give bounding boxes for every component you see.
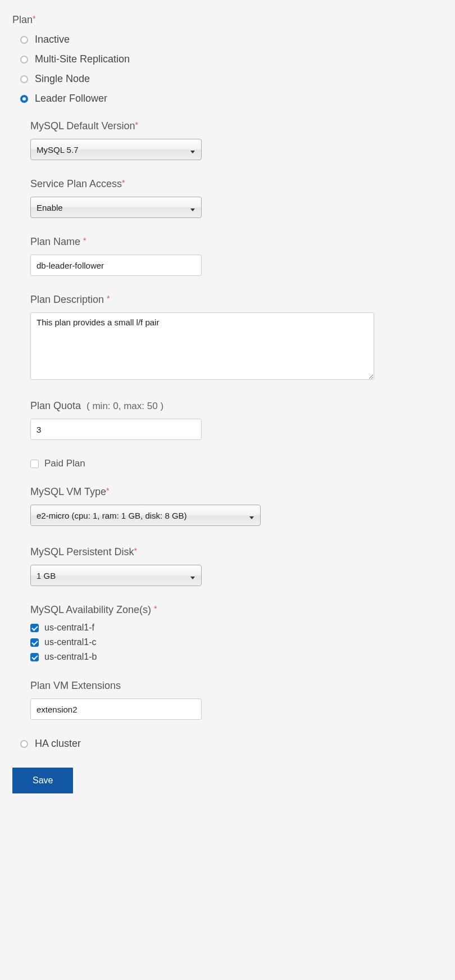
radio-icon <box>20 56 28 63</box>
field-availability-zones: MySQL Availability Zone(s) * us-central1… <box>30 604 443 662</box>
checkbox-icon <box>30 460 39 468</box>
field-vm-type: MySQL VM Type* e2-micro (cpu: 1, ram: 1 … <box>30 486 443 526</box>
plan-description-label: Plan Description * <box>30 294 443 306</box>
plan-option-label: Leader Follower <box>35 93 107 105</box>
plan-option-single-node[interactable]: Single Node <box>20 73 443 85</box>
paid-plan-label: Paid Plan <box>44 458 85 469</box>
plan-option-inactive[interactable]: Inactive <box>20 34 443 46</box>
field-service-plan-access: Service Plan Access* Enable <box>30 178 443 218</box>
service-plan-access-label: Service Plan Access* <box>30 178 443 190</box>
plan-option-multisite[interactable]: Multi-Site Replication <box>20 53 443 65</box>
plan-radio-group: Inactive Multi-Site Replication Single N… <box>20 34 443 105</box>
plan-option-label: Single Node <box>35 73 90 85</box>
plan-quota-input[interactable] <box>30 419 202 440</box>
radio-icon <box>20 740 28 748</box>
field-mysql-version: MySQL Default Version* MySQL 5.7 <box>30 120 443 160</box>
mysql-version-select[interactable]: MySQL 5.7 <box>30 139 202 160</box>
az-checkbox-us-central1-c[interactable]: us-central1-c <box>30 637 443 647</box>
az-zone-label: us-central1-c <box>44 637 96 647</box>
plan-quota-label: Plan Quota( min: 0, max: 50 ) <box>30 400 443 412</box>
az-checkbox-us-central1-f[interactable]: us-central1-f <box>30 623 443 633</box>
checkbox-icon <box>30 653 39 661</box>
field-persistent-disk: MySQL Persistent Disk* 1 GB <box>30 546 443 586</box>
radio-icon <box>20 36 28 44</box>
vm-extensions-input[interactable] <box>30 698 202 720</box>
az-checkbox-us-central1-b[interactable]: us-central1-b <box>30 652 443 662</box>
vm-type-label: MySQL VM Type* <box>30 486 443 498</box>
field-plan-description: Plan Description * This plan provides a … <box>30 294 443 382</box>
plan-name-input[interactable] <box>30 255 202 276</box>
radio-icon <box>20 75 28 83</box>
vm-extensions-label: Plan VM Extensions <box>30 680 443 692</box>
checkbox-icon <box>30 624 39 632</box>
save-button[interactable]: Save <box>12 768 73 793</box>
radio-icon <box>20 95 28 103</box>
plan-option-label: HA cluster <box>35 738 81 750</box>
vm-type-select[interactable]: e2-micro (cpu: 1, ram: 1 GB, disk: 8 GB) <box>30 505 261 526</box>
mysql-version-label: MySQL Default Version* <box>30 120 443 132</box>
az-zone-label: us-central1-b <box>44 652 97 662</box>
field-plan-name: Plan Name * <box>30 236 443 276</box>
checkbox-icon <box>30 638 39 647</box>
plan-section-label: Plan* <box>12 14 443 26</box>
field-plan-quota: Plan Quota( min: 0, max: 50 ) <box>30 400 443 440</box>
persistent-disk-select[interactable]: 1 GB <box>30 565 202 586</box>
plan-option-label: Inactive <box>35 34 70 46</box>
plan-option-leader-follower[interactable]: Leader Follower <box>20 93 443 105</box>
field-vm-extensions: Plan VM Extensions <box>30 680 443 720</box>
az-label: MySQL Availability Zone(s) * <box>30 604 443 616</box>
plan-option-ha-cluster[interactable]: HA cluster <box>20 738 443 750</box>
paid-plan-checkbox[interactable]: Paid Plan <box>30 458 443 469</box>
az-zone-label: us-central1-f <box>44 623 94 633</box>
plan-description-textarea[interactable]: This plan provides a small l/f pair <box>30 312 374 380</box>
plan-name-label: Plan Name * <box>30 236 443 248</box>
field-paid-plan: Paid Plan <box>30 458 443 469</box>
plan-option-label: Multi-Site Replication <box>35 53 130 65</box>
persistent-disk-label: MySQL Persistent Disk* <box>30 546 443 558</box>
service-plan-access-select[interactable]: Enable <box>30 197 202 218</box>
